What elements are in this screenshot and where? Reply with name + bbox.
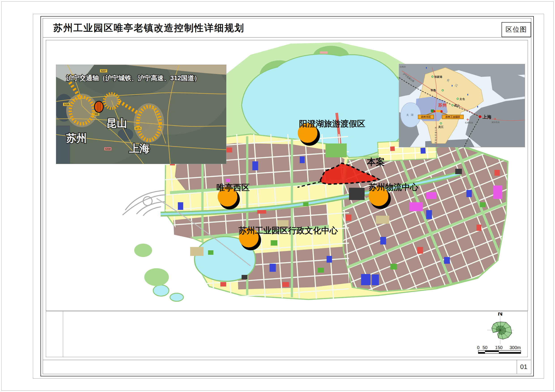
road-chip: G318: [105, 148, 111, 150]
reg-label-hongqiao: 虹桥机场: [465, 121, 473, 124]
reg-label-shanghai: 上海: [482, 114, 491, 119]
reg-label-to-nanjing: 往南京: [400, 66, 406, 68]
reg-label-taihu: 太湖: [406, 113, 415, 116]
wind-rose: [492, 322, 512, 339]
reg-label-taicang: 太仓: [459, 97, 465, 100]
legend-box: [46, 311, 528, 357]
label-site: 本案: [367, 157, 385, 167]
scale-bar: 0 50 150 300m: [477, 345, 521, 354]
scale-tick: 150: [495, 345, 503, 350]
label-admin-center: 苏州工业园区行政文化中心: [239, 226, 338, 235]
reg-label-sip: 苏州工业园区: [445, 115, 460, 118]
scale-tick: 300m: [510, 345, 521, 350]
axis-label: 沪宁交通轴（沪宁城铁、沪宁高速、312国道）: [66, 74, 200, 82]
map-content-area: 阳澄湖旅游渡假区 本案 唯亭西区 苏州物流中心 苏州工业园区行政文化中心: [46, 40, 528, 311]
page-number: 01: [520, 363, 527, 371]
reg-label-suzhou: 苏州: [438, 103, 447, 107]
sat-label-shanghai: 上海: [129, 143, 150, 154]
reg-label-zhangjiagang: 张家港: [434, 75, 443, 78]
scale-tick: 50: [482, 345, 488, 350]
north-label: N: [498, 313, 503, 317]
legend-divider: [63, 311, 63, 357]
reg-label-wujiang: 吴江: [438, 125, 444, 128]
map-type-label: 区位图: [505, 25, 527, 34]
svg-text:✈: ✈: [467, 118, 469, 121]
label-weiting-west: 唯亭西区: [217, 183, 250, 192]
label-yangchenghu: 阳澄湖旅游渡假区: [299, 119, 365, 128]
plan-sheet: 苏州工业园区唯亭老镇改造控制性详细规划 区位图: [0, 0, 555, 392]
reg-label-changshu: 常熟: [431, 89, 436, 92]
satellite-inset: S342 S227 S230 S343 S125 G318: [56, 64, 226, 164]
page-title: 苏州工业园区唯亭老镇改造控制性详细规划: [53, 22, 244, 34]
road-chip: S227: [101, 70, 106, 72]
compass-and-scale: N 0 50 150 300m: [475, 313, 527, 355]
bottom-strip-line: [43, 360, 531, 360]
scale-tick: 0: [477, 345, 479, 350]
title-row: 苏州工业园区唯亭老镇改造控制性详细规划: [43, 18, 531, 37]
map-type-box: 区位图: [502, 22, 531, 37]
reg-label-pudong: 浦东机场: [491, 121, 499, 123]
page-number-cell: 01: [517, 360, 531, 374]
road-chip: S230: [64, 103, 69, 106]
sat-label-suzhou: 苏州: [66, 132, 87, 144]
regional-inset: 苏州市区 苏州工业园区 张家港 常熟 太仓 昆山 吴江 苏州: [399, 64, 525, 147]
sat-label-kunshan: 昆山: [107, 117, 127, 129]
reg-label-kunshan: 昆山: [454, 104, 460, 107]
reg-label-suzhou-urban: 苏州市区: [421, 115, 431, 118]
label-logistics: 苏州物流中心: [369, 183, 418, 192]
svg-text:✈: ✈: [494, 117, 497, 121]
reg-label-sujiahang: 苏嘉杭高速公路: [435, 126, 437, 143]
